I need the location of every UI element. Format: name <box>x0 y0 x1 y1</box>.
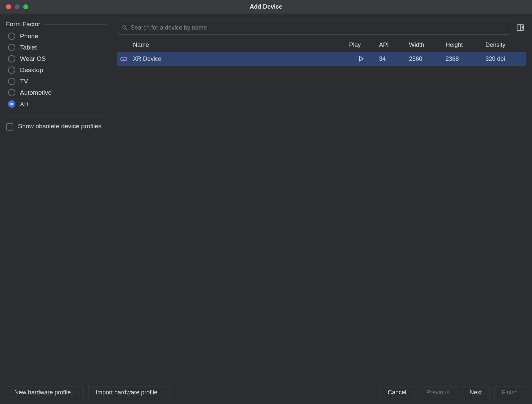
obsolete-profiles-label: Show obsolete device profiles <box>18 122 101 131</box>
form-factor-radio-phone[interactable]: Phone <box>8 33 107 40</box>
search-input[interactable] <box>117 21 510 35</box>
next-button[interactable]: Next <box>462 386 489 399</box>
play-store-icon <box>346 55 376 62</box>
cell-density: 320 dpi <box>483 55 526 62</box>
radio-label: Wear OS <box>20 55 46 62</box>
radio-icon <box>8 33 15 40</box>
col-api[interactable]: API <box>376 42 406 49</box>
form-factor-radio-xr[interactable]: XR <box>8 100 107 108</box>
footer: New hardware profile... Import hardware … <box>0 381 532 404</box>
device-table: Name Play API Width Height Density XR De… <box>117 38 526 381</box>
xr-device-icon <box>117 56 130 62</box>
search-icon <box>122 25 128 31</box>
maximize-window-icon[interactable] <box>23 4 28 9</box>
details-panel-toggle-icon[interactable] <box>515 22 526 33</box>
sidebar-divider <box>6 116 107 116</box>
divider <box>44 24 107 25</box>
radio-icon <box>8 66 15 74</box>
radio-label: Automotive <box>20 89 52 96</box>
radio-label: Tablet <box>20 44 37 51</box>
col-play[interactable]: Play <box>346 42 376 49</box>
table-row[interactable]: XR Device3425602368320 dpi <box>117 52 526 66</box>
new-hardware-profile-button[interactable]: New hardware profile... <box>7 386 83 399</box>
col-width[interactable]: Width <box>406 42 443 49</box>
cell-name: XR Device <box>130 55 346 62</box>
minimize-window-icon[interactable] <box>15 4 20 9</box>
sidebar: Form Factor PhoneTabletWear OSDesktopTVA… <box>0 14 113 381</box>
window-controls <box>6 4 28 9</box>
form-factor-radio-wear-os[interactable]: Wear OS <box>8 55 107 62</box>
import-hardware-profile-button[interactable]: Import hardware profile... <box>88 386 170 399</box>
form-factor-radio-tv[interactable]: TV <box>8 78 107 85</box>
radio-icon <box>8 100 15 108</box>
form-factor-radio-automotive[interactable]: Automotive <box>8 89 107 96</box>
radio-label: Phone <box>20 33 38 40</box>
cell-height: 2368 <box>443 55 483 62</box>
cell-api: 34 <box>376 55 406 62</box>
checkbox-icon <box>6 123 13 131</box>
previous-button[interactable]: Previous <box>419 386 457 399</box>
titlebar: Add Device <box>0 0 532 14</box>
svg-line-1 <box>126 29 127 30</box>
cancel-button[interactable]: Cancel <box>380 386 414 399</box>
main-panel: Name Play API Width Height Density XR De… <box>113 14 532 381</box>
close-window-icon[interactable] <box>6 4 11 9</box>
radio-icon <box>8 44 15 51</box>
cell-width: 2560 <box>406 55 443 62</box>
radio-icon <box>8 55 15 62</box>
col-density[interactable]: Density <box>483 42 526 49</box>
form-factor-radio-desktop[interactable]: Desktop <box>8 66 107 74</box>
radio-label: TV <box>20 78 28 85</box>
radio-icon <box>8 78 15 85</box>
radio-label: Desktop <box>20 66 43 74</box>
svg-point-0 <box>123 26 126 29</box>
form-factor-label: Form Factor <box>6 21 40 28</box>
col-name[interactable]: Name <box>130 42 346 49</box>
radio-label: XR <box>20 100 29 108</box>
form-factor-header: Form Factor <box>6 21 107 28</box>
finish-button[interactable]: Finish <box>494 386 525 399</box>
window-title: Add Device <box>250 3 282 10</box>
table-header: Name Play API Width Height Density <box>117 38 526 52</box>
col-height[interactable]: Height <box>443 42 483 49</box>
radio-icon <box>8 89 15 96</box>
obsolete-profiles-checkbox[interactable]: Show obsolete device profiles <box>6 122 107 131</box>
form-factor-radio-tablet[interactable]: Tablet <box>8 44 107 51</box>
